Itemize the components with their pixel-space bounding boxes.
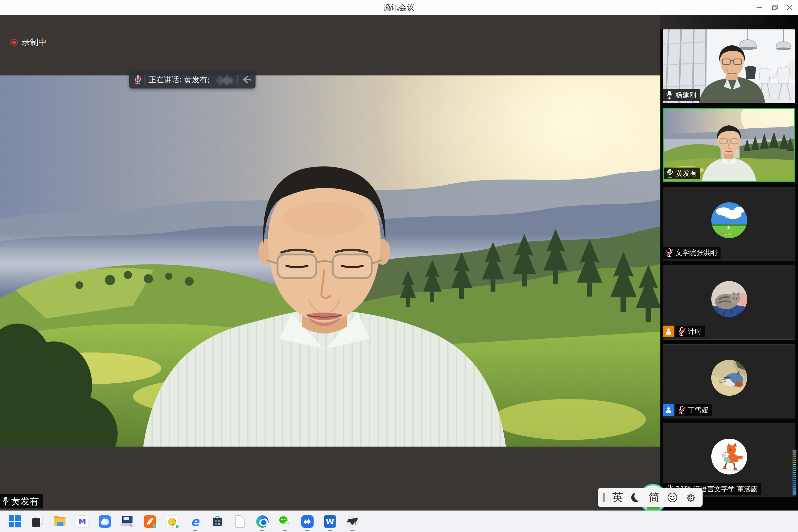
mic-muted-icon — [678, 327, 685, 336]
mic-speaking-icon — [666, 169, 673, 178]
folder-icon — [54, 515, 66, 528]
title-bar: 腾讯会议 — [0, 0, 798, 15]
participant-name-bar: 杨建刚 — [663, 89, 700, 101]
mic-on-icon — [666, 91, 673, 99]
quill-icon — [144, 515, 156, 528]
participant-tile-yangjiangang[interactable]: 杨建刚 — [663, 29, 795, 103]
window-title: 腾讯会议 — [0, 0, 798, 15]
meeting-watermark-icon — [215, 73, 233, 87]
e-browser-icon: e — [189, 515, 201, 528]
audio-level-bar[interactable] — [792, 449, 796, 496]
taskbar-edge[interactable] — [251, 511, 274, 532]
mic-speaking-icon — [2, 497, 9, 506]
close-button[interactable] — [784, 2, 795, 13]
graduation-cap-icon — [346, 515, 359, 528]
participant-avatar — [711, 281, 747, 317]
tencent-meeting-icon — [301, 515, 314, 528]
participant-name-bar: 黄发有 — [664, 168, 700, 179]
participant-name-bar: 计时 — [663, 326, 705, 337]
speaking-text: 正在讲话: 黄发有; — [149, 75, 210, 85]
participant-tile-zhanghonggang[interactable]: 文学院张洪刚 — [663, 187, 795, 261]
divider — [607, 490, 607, 505]
ime-emoji-button[interactable] — [663, 488, 681, 507]
taskbar-tencent-meeting[interactable] — [296, 511, 319, 532]
mic-muted-icon — [678, 406, 685, 415]
computer-keyboard-icon — [121, 515, 134, 528]
taskbar-app-m[interactable]: M — [71, 511, 94, 532]
participants-panel: 杨建刚 — [660, 15, 798, 511]
role-badge-orange — [663, 326, 674, 337]
taskbar-browser-ie[interactable]: e — [184, 511, 206, 532]
restore-button[interactable] — [770, 2, 780, 13]
taskbar-writer-app[interactable] — [139, 511, 161, 532]
participant-tile-huangfayou[interactable]: 黄发有 — [663, 108, 795, 182]
taskbar-cloud-app[interactable] — [94, 511, 116, 532]
divider — [237, 75, 238, 85]
wechat-icon — [279, 515, 291, 528]
notes-app-icon — [31, 515, 43, 528]
main-speaker-stage: 录制中 正在讲话: 黄发有; 黄发有 — [0, 15, 660, 511]
store-bag-icon — [211, 515, 224, 528]
taskbar-remote-input-app[interactable] — [116, 511, 139, 532]
music-note-icon: ♪ — [166, 515, 178, 528]
participant-name: 黄发有 — [676, 169, 697, 178]
taskbar-education-app[interactable] — [341, 511, 364, 532]
record-icon — [10, 39, 18, 46]
participant-avatar — [711, 439, 747, 474]
taskbar-wechat[interactable] — [274, 511, 296, 532]
taskbar-document[interactable] — [229, 511, 251, 532]
windows-logo-icon — [9, 515, 21, 528]
participant-name-bar: 丁雪媛 — [663, 404, 712, 416]
document-icon — [235, 515, 245, 528]
stage-name-label: 黄发有 — [0, 494, 43, 509]
divider — [145, 75, 145, 85]
participant-name: 文学院张洪刚 — [676, 248, 717, 257]
mic-muted-icon — [666, 248, 673, 257]
participant-name-bar: 文学院张洪刚 — [663, 247, 721, 259]
recording-indicator[interactable]: 录制中 — [10, 37, 46, 48]
ime-drag-handle[interactable] — [603, 493, 605, 502]
taskbar-word[interactable]: W — [319, 511, 341, 532]
taskbar-microsoft-store[interactable] — [206, 511, 229, 532]
participant-name: 丁雪媛 — [688, 406, 708, 415]
ime-language-label: 英 — [612, 490, 623, 505]
participant-name: 杨建刚 — [676, 91, 696, 100]
role-badge-blue — [663, 404, 674, 416]
participant-tile-dingxueyuan[interactable]: 丁雪媛 — [663, 344, 795, 418]
panel-top-fade — [660, 15, 798, 29]
ime-simplified-label: 简 — [649, 490, 660, 505]
taskbar-app-notes[interactable] — [26, 511, 49, 532]
ime-toolbar[interactable]: 英 简 — [598, 488, 703, 507]
participant-name: 计时 — [688, 327, 702, 336]
taskbar-file-explorer[interactable] — [49, 511, 71, 532]
participant-avatar — [711, 202, 747, 238]
participant-tile-donghanlu[interactable]: 21硕 汉语言文字学 董涵露 — [663, 423, 795, 497]
taskbar: M ♪ e — [0, 511, 798, 532]
edge-browser-icon — [256, 515, 269, 528]
person-icon — [666, 328, 672, 335]
participant-avatar — [711, 360, 747, 396]
taskbar-music-app[interactable]: ♪ — [161, 511, 184, 532]
person-icon — [666, 407, 672, 413]
ime-simplified-toggle[interactable]: 简 — [645, 488, 663, 507]
word-icon: W — [324, 515, 336, 528]
stage-speaker-name: 黄发有 — [11, 495, 39, 508]
start-button[interactable] — [4, 511, 26, 532]
ime-settings-gear-icon[interactable] — [682, 488, 700, 507]
speaking-toolbar: 正在讲话: 黄发有; — [129, 71, 255, 89]
ime-language-toggle[interactable]: 英 — [608, 488, 627, 507]
cloud-icon — [99, 515, 111, 528]
ime-fullhalf-moon-icon[interactable] — [627, 488, 645, 507]
reply-arrow-icon[interactable] — [241, 74, 251, 86]
minimize-button[interactable] — [754, 2, 764, 13]
main-speaker-video — [0, 75, 660, 446]
recording-label: 录制中 — [22, 37, 46, 48]
participant-tile-jishi[interactable]: 计时 — [663, 265, 795, 340]
mic-muted-icon[interactable] — [133, 74, 141, 86]
m-app-icon: M — [76, 515, 89, 528]
